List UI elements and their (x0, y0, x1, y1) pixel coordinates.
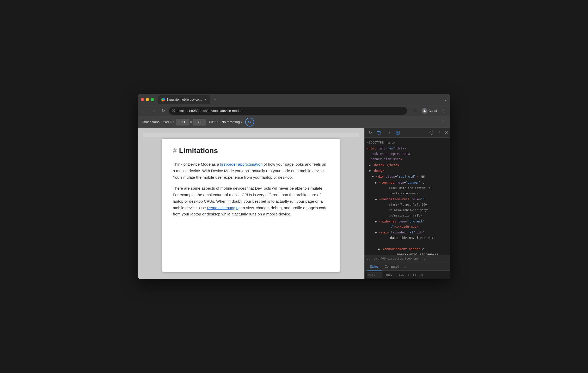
device-selector-chevron: ▾ (173, 121, 174, 123)
heading-hash: # (173, 147, 177, 155)
rotate-button[interactable] (245, 118, 254, 127)
first-order-link[interactable]: first-order approximation (220, 162, 263, 166)
dimension-separator: × (190, 120, 192, 124)
svg-rect-3 (396, 131, 399, 134)
width-input[interactable] (176, 119, 189, 125)
svg-point-6 (431, 132, 432, 133)
tab-computed[interactable]: Computed (382, 263, 402, 270)
breadcrumb-bar: ... ght-400 div.stack.flow-spa ... (365, 255, 450, 262)
forward-button[interactable]: → (150, 107, 157, 115)
navrail-triangle[interactable]: ▶ (375, 197, 377, 201)
refresh-button[interactable]: ↻ (160, 107, 167, 115)
breadcrumb-text: ... ght-400 div.stack.flow-spa ... (367, 257, 425, 260)
hov-filter-button[interactable]: :hov (384, 273, 394, 277)
tree-html-tag[interactable]: <html lang="en" data- cookies-accepted d… (365, 146, 450, 162)
toolbar-separator (384, 130, 384, 135)
page-area: # Limitations Think of Device Mode as a … (138, 128, 364, 279)
devtools-toolbar: ⋮ ✕ (365, 128, 450, 138)
inspect-element-button[interactable] (367, 129, 374, 136)
main-triangle[interactable]: ▶ (375, 231, 377, 234)
svg-rect-1 (377, 131, 380, 134)
scaffold-triangle[interactable]: ▼ (372, 175, 374, 178)
page-heading: # Limitations (173, 147, 329, 155)
title-bar: Simulate mobile devices with D ✕ + ⌄ (138, 94, 450, 105)
page-frame: # Limitations Think of Device Mode as a … (162, 139, 340, 272)
address-bar[interactable]: ⓘ localhost:8080/docs/devtools/device-mo… (169, 107, 407, 115)
toggle-sidebar-button[interactable]: ◁ (418, 272, 424, 278)
profile-area[interactable]: Guest (420, 107, 438, 114)
toggle-device-toolbar-button[interactable] (375, 129, 382, 136)
para1-text-before: Think of Device Mode as a (173, 162, 220, 166)
tree-main[interactable]: ▶ <main tabindex="-1" id=' data-side-nav… (365, 230, 450, 246)
topnav-triangle[interactable]: ▶ (375, 181, 377, 184)
window-menu-button[interactable]: ⌄ (444, 97, 447, 102)
cls-filter-button[interactable]: .cls (396, 273, 406, 277)
body-triangle[interactable]: ▼ (369, 169, 371, 173)
tree-head-tag[interactable]: ▶ <head>…</head> (365, 162, 450, 168)
devtools-close-button[interactable]: ✕ (444, 130, 448, 136)
tree-body-tag[interactable]: ▼ <body> (365, 168, 450, 174)
svg-rect-2 (378, 134, 379, 134)
tab-area: Simulate mobile devices with D ✕ + (158, 95, 442, 104)
bookmarks-toggle-button[interactable]: ⊡ (411, 107, 419, 115)
computed-styles-sidebar-button[interactable]: ⊟ (412, 272, 417, 278)
back-button[interactable]: ← (141, 107, 148, 115)
announcement-triangle[interactable]: ▶ (378, 247, 380, 251)
throttle-selector[interactable]: No throttling ▾ (222, 120, 242, 124)
elements-panel-button[interactable] (394, 129, 401, 136)
tree-topnav[interactable]: ▶ <top-nav role="banner" c block hairlin… (365, 180, 450, 196)
devtools-panel: ⋮ ✕ <!DOCTYPE html> <html lang="en" data… (364, 128, 450, 279)
content-area: # Limitations Think of Device Mode as a … (138, 128, 450, 279)
tab-close-button[interactable]: ✕ (204, 98, 207, 101)
minimize-window-button[interactable] (146, 98, 149, 101)
nav-end: ⊡ Guest ⋮ (411, 107, 447, 115)
lock-icon: ⓘ (172, 109, 175, 113)
doctype-text: <!DOCTYPE html> (367, 141, 395, 145)
zoom-chevron: ▾ (217, 121, 218, 123)
filter-input-container[interactable]: Filt (367, 272, 382, 278)
active-tab[interactable]: Simulate mobile devices with D ✕ (158, 95, 210, 104)
tree-sidenav[interactable]: ▶ <side-nav type="project' t">…</side-na… (365, 219, 450, 230)
filter-placeholder: Filt (368, 273, 375, 276)
device-selector[interactable]: Dimensions: Pixel 5 ▾ (142, 120, 174, 124)
zoom-selector[interactable]: 83% ▾ (209, 120, 218, 124)
zoom-label: 83% (209, 120, 216, 124)
remote-debugging-link[interactable]: Remote Debugging (207, 206, 241, 210)
tab-title: Simulate mobile devices with D (167, 98, 202, 101)
filter-bar: Filt :hov .cls + ⊟ ◁ (365, 271, 450, 279)
traffic-lights (141, 98, 154, 101)
tab-favicon (161, 98, 165, 101)
profile-avatar (422, 108, 427, 114)
close-window-button[interactable] (141, 98, 144, 101)
console-drawer-button[interactable] (386, 129, 393, 136)
profile-name: Guest (428, 109, 437, 113)
add-style-rule-button[interactable]: + (407, 273, 409, 277)
maximize-window-button[interactable] (151, 98, 154, 101)
chrome-menu-button[interactable]: ⋮ (440, 107, 447, 115)
ruler-bar (143, 133, 359, 137)
svg-point-0 (424, 110, 425, 111)
page-title: Limitations (179, 147, 218, 155)
sidenav-triangle[interactable]: ▶ (375, 220, 377, 223)
browser-window: Simulate mobile devices with D ✕ + ⌄ ← →… (138, 94, 450, 279)
device-toolbar-more-button[interactable]: ⋮ (442, 119, 446, 125)
nav-bar: ← → ↻ ⓘ localhost:8080/docs/devtools/dev… (138, 105, 450, 116)
tab-styles[interactable]: Styles (367, 263, 382, 270)
dimensions-input-group: × (176, 119, 206, 125)
tree-scaffold-div[interactable]: ▼ <div class="scaffold"> gr (365, 174, 450, 179)
address-text: localhost:8080/docs/devtools/device-mode… (177, 109, 242, 113)
settings-button[interactable] (428, 129, 435, 136)
tree-announcement[interactable]: ▶ <announcement-banner c nner--info" sto… (365, 246, 450, 255)
styles-tabs-more[interactable]: » (403, 264, 407, 270)
paragraph-2: There are some aspects of mobile devices… (173, 185, 329, 218)
new-tab-button[interactable]: + (211, 96, 219, 103)
filter-icon-group: ⊟ ◁ (412, 272, 424, 278)
head-triangle[interactable]: ▶ (369, 163, 371, 167)
tree-navrail[interactable]: ▶ <navigation-rail role="n class="lg:pad… (365, 196, 450, 219)
height-input[interactable] (193, 119, 206, 125)
scaffold-badge: gr (421, 175, 425, 178)
styles-tabs: Styles Computed » (365, 262, 450, 271)
devtools-more-button[interactable]: ⋮ (436, 129, 443, 136)
tree-doctype[interactable]: <!DOCTYPE html> (365, 140, 450, 146)
throttle-label: No throttling (222, 120, 240, 124)
